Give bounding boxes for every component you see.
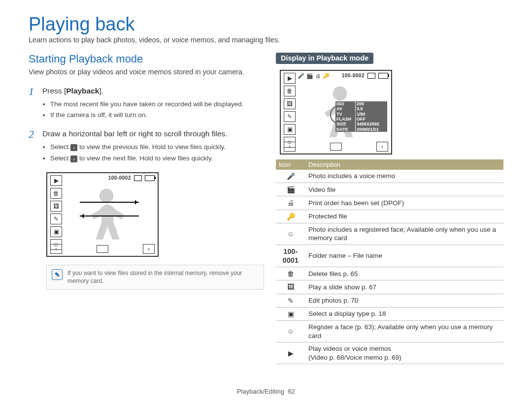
exif-value: 3.5: [356, 106, 387, 111]
file-number-label: 100-0002: [108, 175, 131, 181]
swipe-arrows: [80, 202, 139, 226]
camera-screenshot-right: 100-0002 🎤 🎬 🖨 🔑 ▶ 🗑 🖼 ✎ ▣ ☺: [280, 70, 392, 154]
table-desc: Select a display type p. 18: [305, 307, 503, 320]
exif-value: 2009/01/01: [356, 127, 387, 132]
video-icon: 🎬: [276, 183, 305, 196]
exif-value: 1/50: [356, 112, 387, 117]
table-row: 🎬Video file: [276, 183, 503, 196]
table-desc: Edit photos p. 70: [305, 294, 503, 307]
display-type-icon: ▣: [284, 124, 296, 135]
step-2: 2 Draw a horizontal bar left or right to…: [29, 129, 256, 140]
table-row: 🖨Print order has been set (DPOF): [276, 196, 503, 210]
table-row: 🖼Play a slide show p. 67: [276, 280, 503, 294]
table-row: ▣Select a display type p. 18: [276, 307, 503, 320]
key-icon: 🔑: [276, 210, 305, 223]
screenshot-top-icons: 🎤 🎬 🖨 🔑: [298, 73, 330, 79]
chevron-right-icon: ›: [143, 244, 155, 254]
memory-card-icon: [367, 73, 375, 79]
exif-label: SIZE: [335, 122, 355, 126]
left-column: Starting Playback mode View photos or pl…: [29, 53, 256, 364]
icon-description-table: Icon Description 🎤Photo includes a voice…: [276, 159, 503, 364]
note-box: ✎ If you want to view files stored in th…: [46, 265, 264, 289]
page-intro: Learn actions to play back photos, video…: [29, 36, 503, 44]
print-icon: 🖨: [276, 196, 305, 210]
video-icon: 🎬: [306, 73, 313, 79]
display-type-icon: ▣: [276, 307, 305, 320]
face-register-icon: ☺: [276, 320, 305, 342]
file-number-label: 100-0002: [342, 73, 365, 79]
table-header-desc: Description: [305, 159, 503, 170]
table-desc: Print order has been set (DPOF): [305, 196, 503, 210]
table-desc: Video file: [305, 183, 503, 196]
screenshot-left-toolbar: ▶ 🗑 🖼 ✎ ▣ ☺: [50, 175, 62, 250]
face-icon: ☺: [276, 223, 305, 245]
table-desc: Photo includes a voice memo: [305, 170, 503, 183]
exif-value: OFF: [356, 117, 387, 122]
table-desc: Play videos or voice memos (Video p. 68/…: [305, 342, 503, 364]
exif-label: AV: [335, 106, 355, 111]
edit-icon: ✎: [276, 294, 305, 307]
step-1: 1 Press [Playback].: [29, 86, 256, 97]
key-icon: 🔑: [323, 73, 330, 79]
table-row: 100-0001Folder name – File name: [276, 245, 503, 267]
table-header-row: Icon Description: [276, 159, 503, 170]
step-1-bullets: The most recent file you have taken or r…: [29, 100, 256, 121]
step-body: Press [Playback].: [42, 86, 103, 96]
slideshow-icon: 🖼: [276, 280, 305, 294]
chevron-left-icon: ‹: [50, 244, 62, 254]
file-number-icon: 100-0001: [276, 245, 305, 267]
table-desc: Delete files p. 65: [305, 267, 503, 280]
page-footer: Playback/Editing 62: [0, 388, 532, 395]
chevron-left-icon: ‹: [70, 144, 77, 151]
right-column: Display in Playback mode 100-0002 🎤 🎬 🖨 …: [276, 53, 503, 364]
page-number: 62: [288, 388, 295, 395]
edit-icon: ✎: [284, 111, 296, 122]
slideshow-icon: 🖼: [284, 98, 296, 109]
table-row: ☺Photo includes a registered face; Avail…: [276, 223, 503, 245]
section-heading: Starting Playback mode: [29, 53, 256, 65]
table-row: 🎤Photo includes a voice memo: [276, 170, 503, 183]
screenshot-right-toolbar: ▶ 🗑 🖼 ✎ ▣ ☺: [284, 73, 296, 148]
trash-icon: 🗑: [276, 267, 305, 280]
table-header-icon: Icon: [276, 159, 305, 170]
mic-icon: 🎤: [276, 170, 305, 183]
table-row: 🗑Delete files p. 65: [276, 267, 503, 280]
trash-icon: 🗑: [50, 188, 62, 199]
display-type-icon: ▣: [50, 226, 62, 237]
display-mode-pill: Display in Playback mode: [276, 53, 373, 64]
bullet: Select ‹ to view the previous file. Hold…: [50, 143, 256, 152]
chevron-right-icon: ›: [376, 142, 388, 152]
memory-card-icon: [134, 175, 142, 181]
bullet: The most recent file you have taken or r…: [50, 100, 256, 109]
step-1-post: ].: [99, 87, 103, 95]
bullet: Select › to view the next file. Hold to …: [50, 154, 256, 163]
scrollbar-icon: [330, 143, 342, 151]
table-row: ☺Register a face (p. 63); Available only…: [276, 320, 503, 342]
table-desc: Play a slide show p. 67: [305, 280, 503, 294]
bullet-pre: Select: [50, 154, 70, 162]
table-row: ✎Edit photos p. 70: [276, 294, 503, 307]
step-number: 2: [29, 129, 37, 140]
exif-overlay: ISO200 AV3.5 TV1/50 FLASHOFF SIZE3456X25…: [335, 101, 387, 132]
trash-icon: 🗑: [284, 86, 296, 96]
bullet-pre: Select: [50, 143, 70, 151]
table-desc: Folder name – File name: [305, 245, 503, 267]
note-icon: ✎: [52, 269, 63, 280]
note-text: If you want to view files stored in the …: [67, 269, 259, 285]
scrollbar-icon: [97, 245, 108, 253]
bullet: If the camera is off, it will turn on.: [50, 111, 256, 120]
step-1-bold: Playback: [66, 87, 99, 95]
page-title: Playing back: [29, 14, 503, 35]
bullet-post: to view the next file. Hold to view file…: [77, 154, 213, 162]
exif-value: 3456X2592: [356, 122, 387, 126]
step-number: 1: [29, 86, 37, 97]
bullet-post: to view the previous file. Hold to view …: [77, 143, 226, 151]
exif-label: ISO: [335, 101, 355, 106]
mic-icon: 🎤: [298, 73, 304, 79]
camera-screenshot-left: 100-0002 ▶ 🗑 🖼 ✎ ▣ ☺: [46, 172, 159, 257]
play-icon: ▶: [50, 175, 62, 186]
battery-icon: [378, 73, 388, 79]
step-2-bullets: Select ‹ to view the previous file. Hold…: [29, 143, 256, 163]
play-icon: ▶: [284, 73, 296, 84]
exif-value: 200: [356, 101, 387, 106]
